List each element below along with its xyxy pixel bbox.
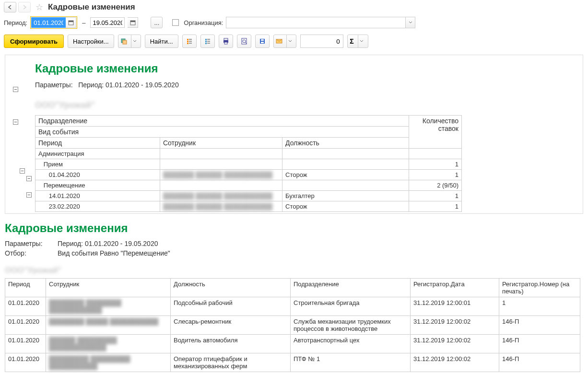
favorite-star-icon[interactable]: ☆ bbox=[35, 2, 43, 12]
table-row[interactable]: Прием1 bbox=[35, 159, 462, 170]
report-table: ПодразделениеКоличество ставок Вид событ… bbox=[35, 115, 462, 212]
tree-collapse-toggle[interactable]: − bbox=[20, 168, 25, 174]
report-title: Кадровые изменения bbox=[35, 55, 583, 79]
email-button[interactable] bbox=[273, 35, 296, 48]
header-registrar-number: Регистратор.Номер (на печать) bbox=[499, 279, 580, 297]
tree-collapse-toggle[interactable]: − bbox=[13, 119, 18, 125]
header-quantity: Количество ставок bbox=[409, 116, 462, 149]
organization-label: Организация: bbox=[184, 19, 223, 26]
svg-rect-12 bbox=[224, 38, 228, 40]
svg-rect-1 bbox=[69, 21, 73, 22]
report-parameters: Параметры: Период: 01.01.2020 - 19.05.20… bbox=[35, 79, 583, 95]
svg-rect-3 bbox=[130, 21, 135, 22]
company-name: ООО"Урожай" bbox=[5, 258, 583, 278]
table-row[interactable]: 01.01.2020██████ █████████ █████████████… bbox=[5, 335, 580, 353]
header-position: Должность bbox=[282, 138, 409, 149]
collapse-all-button[interactable] bbox=[200, 35, 215, 48]
table-row[interactable]: Администрация bbox=[35, 149, 462, 159]
svg-rect-5 bbox=[123, 40, 127, 44]
print-button[interactable] bbox=[219, 35, 233, 48]
save-button[interactable] bbox=[255, 35, 270, 48]
tree-collapse-toggle[interactable]: − bbox=[26, 192, 32, 198]
header-position: Должность bbox=[171, 279, 291, 297]
svg-rect-8 bbox=[187, 43, 188, 44]
report-filter-line: Отбор:Вид события Равно "Перемещение" bbox=[5, 248, 583, 258]
svg-rect-7 bbox=[187, 41, 188, 42]
period-label: Период: bbox=[4, 19, 27, 26]
period-from-input[interactable] bbox=[31, 17, 66, 28]
settings-button[interactable]: Настройки... bbox=[68, 35, 114, 48]
chevron-down-icon[interactable] bbox=[131, 35, 139, 47]
period-to-input[interactable] bbox=[90, 17, 125, 28]
table-row[interactable]: 01.01.2020████████ ████████ ████████████… bbox=[5, 297, 580, 316]
generate-button[interactable]: Сформировать bbox=[4, 35, 64, 48]
svg-rect-11 bbox=[205, 43, 207, 44]
table-row[interactable]: 23.02.2020​███████ ██████ ███████████Сто… bbox=[35, 201, 462, 212]
svg-rect-18 bbox=[261, 39, 264, 41]
chevron-down-icon[interactable] bbox=[286, 35, 294, 47]
expand-all-button[interactable] bbox=[182, 35, 197, 48]
period-from-calendar-button[interactable] bbox=[66, 17, 76, 28]
preview-button[interactable] bbox=[237, 35, 251, 48]
variants-button[interactable] bbox=[118, 35, 141, 48]
report-title: Кадровые изменения bbox=[5, 218, 583, 239]
tree-collapse-toggle[interactable]: − bbox=[13, 87, 18, 92]
chevron-down-icon[interactable] bbox=[358, 35, 365, 47]
header-employee: Сотрудник bbox=[160, 138, 282, 149]
period-to-calendar-button[interactable] bbox=[128, 17, 138, 28]
table-row[interactable]: 01.04.2020​███████ ██████ ███████████Сто… bbox=[35, 170, 462, 180]
svg-rect-14 bbox=[224, 42, 227, 44]
report-table-2: Период Сотрудник Должность Подразделение… bbox=[5, 278, 580, 372]
header-period: Период bbox=[35, 138, 160, 149]
svg-rect-6 bbox=[187, 39, 188, 40]
header-period: Период bbox=[5, 279, 46, 297]
table-row[interactable]: 01.01.2020████████ █████ ███████████Слес… bbox=[5, 316, 580, 335]
header-event-type: Вид события bbox=[35, 127, 409, 138]
svg-rect-10 bbox=[205, 41, 207, 42]
page-title: Кадровые изменения bbox=[48, 2, 135, 12]
period-dash: – bbox=[82, 19, 85, 26]
nav-forward-button bbox=[18, 2, 31, 12]
company-name: ООО"Урожай" bbox=[35, 95, 583, 115]
chevron-down-icon[interactable] bbox=[405, 17, 415, 28]
organization-dropdown[interactable] bbox=[226, 17, 415, 28]
cell-number-input[interactable] bbox=[300, 35, 343, 48]
svg-rect-9 bbox=[205, 39, 207, 40]
organization-checkbox[interactable] bbox=[172, 19, 179, 26]
nav-back-button[interactable] bbox=[4, 2, 16, 12]
report-parameters-line: Параметры:Период: 01.01.2020 - 19.05.202… bbox=[5, 239, 583, 248]
table-row[interactable]: Перемещение2 (9/50) bbox=[35, 180, 462, 191]
period-select-button[interactable]: ... bbox=[151, 17, 163, 28]
header-department: Подразделение bbox=[35, 116, 409, 127]
header-registrar-date: Регистратор.Дата bbox=[411, 279, 499, 297]
table-row[interactable]: 01.01.2020█████████ █████████ ██████████… bbox=[5, 353, 580, 372]
tree-collapse-toggle[interactable]: − bbox=[26, 176, 32, 181]
find-button[interactable]: Найти... bbox=[145, 35, 178, 48]
header-employee: Сотрудник bbox=[46, 279, 171, 297]
sum-button[interactable]: Σ bbox=[347, 35, 368, 48]
table-row[interactable]: 14.01.2020​███████ ██████ ███████████Бух… bbox=[35, 191, 462, 201]
svg-rect-19 bbox=[261, 42, 264, 43]
header-department: Подразделение bbox=[291, 279, 411, 297]
